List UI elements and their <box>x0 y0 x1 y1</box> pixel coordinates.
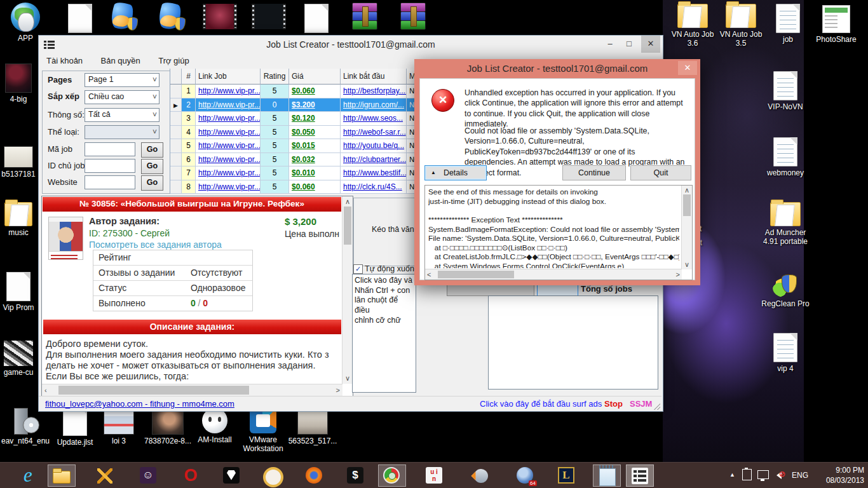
desktop-icon-rar[interactable] <box>341 3 389 30</box>
editor-textarea[interactable]: Click vào đây và Nhấn Ctrl + con lăn chu… <box>352 274 416 393</box>
account-link[interactable]: fithou_lovepc@yahoo.com - fithung - mmo4… <box>45 399 234 409</box>
taskbar-ie[interactable]: e <box>14 464 42 487</box>
taskbar-explorer[interactable] <box>48 464 76 487</box>
taskbar-unikey[interactable]: u in <box>421 464 449 487</box>
menu-tro-giup[interactable]: Trợ giúp <box>151 53 197 68</box>
start-link[interactable]: http://youtu.be/q... <box>343 141 404 150</box>
scroll-thumb[interactable] <box>58 386 249 395</box>
desktop-icon-vip4[interactable]: vip 4 <box>759 333 812 373</box>
start-link[interactable]: http://www.bestlif... <box>343 168 407 177</box>
pages-select[interactable]: Page 1 ˅ <box>85 73 159 87</box>
taskbar-foobar[interactable] <box>218 464 246 487</box>
price-link[interactable]: $0.060 <box>292 182 315 191</box>
stop-label[interactable]: Stop <box>604 399 623 409</box>
scroll-right-icon[interactable]: > <box>336 386 340 394</box>
scroll-thumb[interactable] <box>438 271 514 278</box>
idchujob-go-button[interactable]: Go <box>141 159 163 174</box>
desktop-icon-eav[interactable]: eav_nt64_enu <box>0 407 51 445</box>
taskbar-surf-app[interactable] <box>378 464 406 487</box>
taskbar-joblist-app[interactable] <box>626 464 654 487</box>
desktop-icon-ad-muncher[interactable]: Ad Muncher 4.91 portable <box>759 202 812 246</box>
menu-ban-quyen[interactable]: Bản quyền <box>93 53 148 68</box>
desktop-icon-4big[interactable]: 4-big <box>0 64 37 104</box>
battery-icon[interactable] <box>742 468 752 488</box>
job-panel-hscrollbar[interactable]: ‹ > <box>42 384 342 396</box>
sort-select[interactable]: Chiều cao ˅ <box>85 90 159 104</box>
details-hscrollbar[interactable]: < > <box>425 269 682 280</box>
taskbar-lol[interactable]: L <box>553 464 581 487</box>
job-link[interactable]: http://www.vip-pr... <box>198 155 261 164</box>
maximize-button[interactable]: □ <box>620 36 639 53</box>
scroll-up-icon[interactable]: ∧ <box>682 186 692 194</box>
job-link[interactable]: http://www.vip-pr... <box>198 182 261 191</box>
desktop-icon-vmware[interactable]: VMware Workstation <box>236 408 290 453</box>
desktop-icon-music[interactable]: music <box>0 202 37 237</box>
start-link[interactable]: http://igrun.com/... <box>343 100 404 109</box>
desktop-icon-7838702e[interactable]: 7838702e-8... <box>141 408 194 445</box>
desktop-icon-job[interactable]: job <box>764 4 812 44</box>
window-titlebar[interactable]: Job List Creator - testtool1701@gmail.co… <box>39 36 663 54</box>
desktop-icon-am-install[interactable]: AM-Install <box>191 408 239 444</box>
language-indicator[interactable]: ENG <box>792 471 808 488</box>
param-select[interactable]: Tất cả ˅ <box>85 108 159 122</box>
job-link[interactable]: http://www.vip-pr... <box>198 128 261 137</box>
clock[interactable]: 9:00 PM 08/03/2013 <box>818 465 864 488</box>
continue-button[interactable]: Continue <box>562 165 626 180</box>
desktop-icon-flashget[interactable] <box>148 3 196 30</box>
start-link[interactable]: http://www.seos... <box>343 114 403 123</box>
taskbar-messenger[interactable]: ☺ <box>135 464 163 487</box>
quit-button[interactable]: Quit <box>630 165 691 180</box>
desktop-icon-vip-novn[interactable]: VIP-NoVN <box>759 71 812 111</box>
price-link[interactable]: $3.200 <box>292 100 315 109</box>
desktop-icon-video[interactable] <box>245 4 293 29</box>
author-all-jobs-link[interactable]: Посмотреть все задания автора <box>89 240 222 250</box>
close-button[interactable]: ✕ <box>641 36 660 53</box>
scroll-right-icon[interactable]: > <box>676 271 680 278</box>
idchujob-input[interactable] <box>85 159 135 173</box>
taskbar-palemoon[interactable]: 64 <box>512 464 539 487</box>
taskbar-rocket-app[interactable] <box>467 464 495 487</box>
desktop-icon-b5137181[interactable]: b5137181 <box>0 146 37 179</box>
desktop-icon-regclean-pro[interactable]: RegClean Pro <box>759 274 812 308</box>
desktop-icon-loi3[interactable]: loi 3 <box>97 408 141 445</box>
desktop-icon-vip-prom[interactable]: Vip Prom <box>0 272 37 312</box>
desktop-icon-flashget[interactable] <box>100 3 149 30</box>
job-link[interactable]: http://www.vip-pr... <box>198 141 261 150</box>
scroll-up-icon[interactable]: ∧ <box>342 198 353 206</box>
details-vscrollbar[interactable]: ∧ ∨ <box>681 186 692 269</box>
taskbar-dollar-app[interactable]: $ <box>342 464 370 487</box>
desktop-icon-update-jlst[interactable]: Update.jlst <box>51 407 99 447</box>
type-select[interactable]: ˅ <box>85 125 159 139</box>
taskbar-tools[interactable] <box>92 464 120 487</box>
details-textbox[interactable]: See the end of this message for details … <box>424 185 693 280</box>
taskbar-rabbit-app[interactable] <box>259 464 287 487</box>
desktop-icon-doc[interactable] <box>292 4 341 33</box>
result-listbox[interactable] <box>488 295 658 390</box>
desktop-icon-vn-auto-job-36[interactable]: VN Auto Job 3.6 <box>668 4 717 48</box>
taskbar-firefox[interactable] <box>301 464 329 487</box>
price-link[interactable]: $0.060 <box>292 86 315 95</box>
price-link[interactable]: $0.120 <box>292 114 315 123</box>
desktop-icon-game-cu[interactable]: game-cu <box>0 341 37 377</box>
menu-tai-khoan[interactable]: Tài khoản <box>39 53 90 68</box>
website-go-button[interactable]: Go <box>141 175 163 191</box>
desktop-icon-vn-auto-job-35[interactable]: VN Auto Job 3.5 <box>717 4 765 48</box>
taskbar-opera[interactable]: O <box>177 464 205 487</box>
start-link[interactable]: http://bestforplay.... <box>343 86 407 95</box>
minimize-button[interactable]: – <box>600 36 620 53</box>
desktop-icon-563523[interactable]: 563523_517... <box>286 408 339 445</box>
desktop-icon-webmoney[interactable]: webmoney <box>759 137 812 177</box>
price-link[interactable]: $0.015 <box>292 141 315 150</box>
start-link[interactable]: http://clck.ru/4S... <box>343 182 402 191</box>
start-link[interactable]: http://webof-sar.r... <box>343 128 406 137</box>
desktop-icon-doc[interactable] <box>56 4 104 33</box>
price-link[interactable]: $0.050 <box>292 128 315 137</box>
network-icon[interactable] <box>757 468 769 488</box>
job-link[interactable]: http://www.vip-pr... <box>198 168 261 177</box>
autoscroll-checkbox[interactable]: ✓ <box>353 264 363 274</box>
details-button[interactable]: ▲ Details <box>424 165 487 180</box>
majob-input[interactable] <box>85 142 135 156</box>
desktop-icon-rar[interactable] <box>389 3 437 30</box>
scroll-left-icon[interactable]: ‹ <box>44 386 47 394</box>
scroll-left-icon[interactable]: < <box>427 271 431 278</box>
